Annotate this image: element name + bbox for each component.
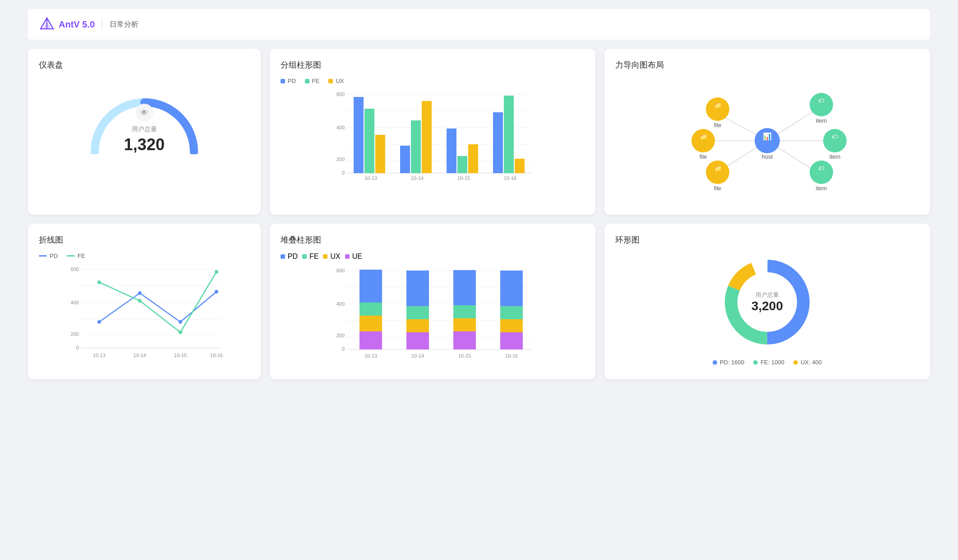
donut-container: 用户总量 3,200 PD: 1600 FE: 1000 bbox=[615, 252, 919, 366]
svg-point-68 bbox=[179, 320, 182, 324]
line-legend-label-fe: FE bbox=[78, 252, 85, 259]
stacked-bar-svg: 600 400 200 0 bbox=[281, 266, 585, 365]
force-graph-svg: 📊 host 📁 file 📁 file 📁 file bbox=[615, 78, 919, 204]
svg-rect-88 bbox=[359, 331, 382, 349]
svg-text:🏷: 🏷 bbox=[818, 97, 824, 104]
gauge-container: 👁 用户总量 1,320 bbox=[39, 78, 250, 154]
svg-text:file: file bbox=[700, 153, 707, 160]
legend-label-ux: UX bbox=[336, 78, 344, 84]
svg-text:0: 0 bbox=[342, 170, 345, 175]
logo-text: AntV 5.0 bbox=[59, 19, 95, 30]
svg-point-44 bbox=[706, 161, 729, 184]
header: AntV 5.0 日常分析 bbox=[28, 9, 930, 40]
svg-text:📁: 📁 bbox=[714, 101, 722, 109]
svg-rect-18 bbox=[422, 101, 432, 173]
svg-text:item: item bbox=[816, 117, 827, 124]
legend-dot-ux bbox=[328, 79, 333, 83]
svg-text:item: item bbox=[829, 153, 841, 160]
svg-point-73 bbox=[215, 270, 218, 274]
svg-text:400: 400 bbox=[71, 300, 79, 305]
svg-text:10-16: 10-16 bbox=[504, 175, 516, 181]
svg-rect-93 bbox=[406, 319, 429, 332]
donut-legend-pd: PD: 1600 bbox=[713, 359, 744, 366]
line-chart-svg: 600 400 200 0 bbox=[39, 265, 250, 368]
svg-rect-89 bbox=[359, 316, 382, 331]
donut-center-text: 用户总量 3,200 bbox=[751, 291, 783, 313]
svg-text:host: host bbox=[762, 153, 773, 160]
donut-center-label: 用户总量 bbox=[751, 291, 783, 299]
donut-card: 环形图 用户总量 3 bbox=[604, 224, 930, 379]
svg-point-38 bbox=[706, 97, 729, 121]
svg-text:400: 400 bbox=[336, 301, 344, 307]
line-legend-pd: PD bbox=[39, 252, 58, 259]
donut-legend: PD: 1600 FE: 1000 UX: 400 bbox=[713, 359, 822, 366]
line-chart-wrap: 600 400 200 0 bbox=[39, 265, 250, 368]
app-container: AntV 5.0 日常分析 仪表盘 👁 bbox=[28, 9, 930, 379]
stacked-bar-legend: PD FE UX UE bbox=[281, 252, 585, 261]
svg-rect-103 bbox=[500, 271, 523, 306]
stacked-legend-fe: FE bbox=[302, 252, 318, 261]
gauge-svg-wrap: 👁 用户总量 1,320 bbox=[86, 82, 203, 154]
legend-dot-pd bbox=[281, 79, 285, 83]
svg-rect-95 bbox=[406, 271, 429, 306]
donut-center-value: 3,200 bbox=[751, 299, 783, 313]
legend-dot-fe bbox=[305, 79, 309, 83]
legend-label-fe: FE bbox=[312, 78, 320, 84]
svg-rect-14 bbox=[364, 109, 374, 173]
svg-text:10-14: 10-14 bbox=[411, 175, 424, 181]
grouped-bar-svg: 600 400 200 0 bbox=[281, 90, 585, 189]
svg-rect-21 bbox=[468, 144, 478, 173]
donut-label-pd: PD: 1600 bbox=[720, 359, 744, 366]
svg-rect-99 bbox=[453, 270, 476, 305]
svg-point-70 bbox=[97, 280, 101, 284]
svg-rect-24 bbox=[515, 159, 525, 173]
svg-rect-96 bbox=[453, 331, 476, 349]
svg-rect-100 bbox=[500, 332, 523, 349]
stacked-legend-ux: UX bbox=[323, 252, 340, 261]
grouped-bar-card: 分组柱形图 PD FE UX bbox=[270, 49, 595, 215]
line-chart-card: 折线图 PD FE bbox=[28, 224, 261, 379]
svg-text:10-16: 10-16 bbox=[210, 353, 223, 358]
gauge-center-info: 👁 用户总量 1,320 bbox=[124, 104, 165, 154]
svg-text:10-14: 10-14 bbox=[411, 353, 424, 358]
svg-point-50 bbox=[823, 129, 847, 152]
stacked-legend-pd: PD bbox=[281, 252, 298, 261]
gauge-label: 用户总量 bbox=[124, 125, 165, 133]
svg-text:📊: 📊 bbox=[763, 132, 772, 141]
svg-text:600: 600 bbox=[71, 266, 79, 272]
svg-text:10-15: 10-15 bbox=[458, 353, 471, 358]
donut-dot-fe bbox=[753, 360, 758, 365]
svg-text:0: 0 bbox=[342, 346, 345, 352]
svg-point-71 bbox=[138, 299, 142, 303]
stacked-legend-ue: UE bbox=[345, 252, 362, 261]
svg-rect-13 bbox=[354, 97, 364, 173]
donut-wrap: 用户总量 3,200 bbox=[718, 252, 817, 352]
svg-text:10-13: 10-13 bbox=[364, 175, 377, 181]
svg-point-66 bbox=[97, 320, 101, 324]
svg-rect-22 bbox=[493, 112, 503, 173]
donut-legend-fe: FE: 1000 bbox=[753, 359, 784, 366]
donut-dot-ux bbox=[793, 360, 798, 365]
svg-rect-20 bbox=[457, 156, 467, 173]
svg-text:file: file bbox=[714, 185, 722, 192]
svg-text:📁: 📁 bbox=[714, 165, 722, 172]
grouped-bar-chart: 600 400 200 0 bbox=[281, 90, 585, 189]
svg-text:10-13: 10-13 bbox=[364, 353, 377, 358]
gauge-card: 仪表盘 👁 用户总量 1,320 bbox=[28, 49, 261, 215]
donut-label-ux: UX: 400 bbox=[801, 359, 822, 366]
line-legend-fe: FE bbox=[67, 252, 85, 259]
svg-rect-97 bbox=[453, 318, 476, 331]
svg-point-72 bbox=[179, 330, 182, 334]
legend-item-fe: FE bbox=[305, 78, 320, 84]
svg-text:file: file bbox=[714, 122, 722, 129]
stacked-bar-card: 堆叠柱形图 PD FE UX UE bbox=[270, 224, 595, 379]
svg-text:200: 200 bbox=[71, 331, 79, 337]
svg-point-53 bbox=[810, 161, 833, 184]
svg-text:10-16: 10-16 bbox=[505, 353, 518, 358]
svg-text:200: 200 bbox=[336, 156, 344, 162]
gauge-value: 1,320 bbox=[124, 135, 165, 154]
force-graph-title: 力导向图布局 bbox=[615, 60, 919, 70]
grouped-bar-legend: PD FE UX bbox=[281, 78, 585, 84]
svg-rect-91 bbox=[359, 270, 382, 303]
line-legend-line-pd bbox=[39, 255, 47, 257]
